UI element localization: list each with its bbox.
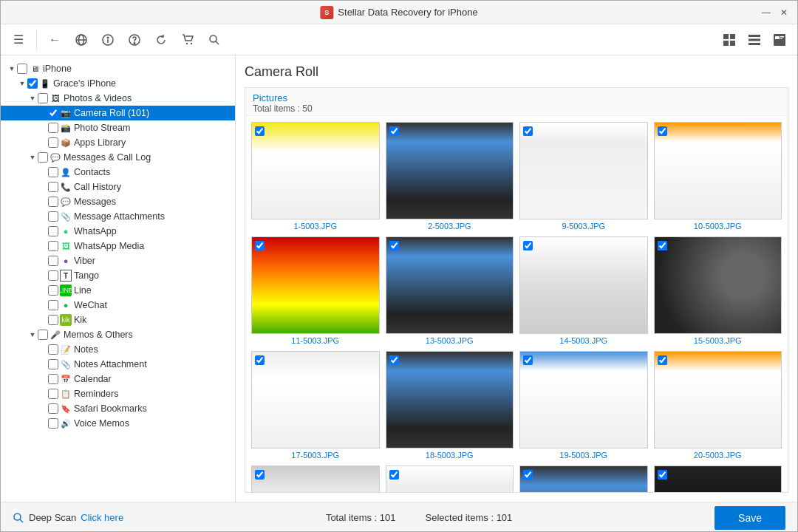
photo-item[interactable]: 9-5003.JPG <box>519 122 648 231</box>
wechat-checkbox[interactable] <box>48 300 58 310</box>
photo-item[interactable]: 19-5003.JPG <box>519 351 648 460</box>
notes-checkbox[interactable] <box>48 344 58 355</box>
contacts-checkbox[interactable] <box>48 167 58 177</box>
photo-checkbox-label[interactable] <box>658 355 667 368</box>
sidebar-item-whatsapp[interactable]: ▶ ● WhatsApp <box>1 224 235 239</box>
photo-item[interactable]: 24-5003.JPG <box>654 466 782 492</box>
menu-button[interactable]: ☰ <box>7 28 30 52</box>
kik-checkbox[interactable] <box>48 315 58 325</box>
line-checkbox[interactable] <box>48 285 58 296</box>
photo-checkbox-label[interactable] <box>658 126 667 139</box>
iphone-checkbox[interactable] <box>17 64 27 74</box>
whatsapp-checkbox[interactable] <box>48 226 58 236</box>
photo-checkbox-label[interactable] <box>658 240 667 253</box>
close-button[interactable]: ✕ <box>778 7 790 18</box>
viber-checkbox[interactable] <box>48 256 58 266</box>
photo-item[interactable]: 14-5003.JPG <box>519 236 648 345</box>
photo-checkbox[interactable] <box>658 241 667 250</box>
photo-stream-checkbox[interactable] <box>48 123 58 133</box>
sidebar-item-memos-others[interactable]: ▼ 🎤 Memos & Others <box>1 327 235 342</box>
photo-checkbox-label[interactable] <box>255 355 265 368</box>
photo-checkbox-label[interactable] <box>658 469 667 482</box>
photo-checkbox[interactable] <box>523 355 533 365</box>
photo-checkbox[interactable] <box>255 470 265 480</box>
grid-view-button[interactable] <box>717 28 741 52</box>
sidebar-item-line[interactable]: ▶ LINE Line <box>1 283 235 298</box>
safari-checkbox[interactable] <box>48 403 58 414</box>
sidebar-item-photo-stream[interactable]: ▶ 📸 Photo Stream <box>1 120 235 135</box>
photo-checkbox-label[interactable] <box>255 240 265 253</box>
graces-iphone-checkbox[interactable] <box>27 78 38 89</box>
sidebar-item-notes-attachment[interactable]: ▶ 📎 Notes Attachment <box>1 357 235 372</box>
messages-call-log-checkbox[interactable] <box>38 152 48 163</box>
photo-item[interactable]: 23-5003.JPG <box>519 466 648 492</box>
notes-attach-checkbox[interactable] <box>48 359 58 369</box>
info-button[interactable] <box>96 28 120 52</box>
camera-roll-checkbox[interactable] <box>48 108 58 118</box>
sidebar-item-kik[interactable]: ▶ kik Kik <box>1 313 235 327</box>
click-here-link[interactable]: Click here <box>81 512 123 523</box>
sidebar-item-viber[interactable]: ▶ ● Viber <box>1 253 235 268</box>
photo-checkbox[interactable] <box>389 470 399 480</box>
sidebar-item-message-attachments[interactable]: ▶ 📎 Message Attachments <box>1 209 235 224</box>
photo-checkbox[interactable] <box>523 126 533 136</box>
globe-button[interactable] <box>69 28 93 52</box>
sidebar-item-messages-call-log[interactable]: ▼ 💬 Messages & Call Log <box>1 150 235 165</box>
photo-checkbox[interactable] <box>658 470 667 480</box>
sidebar-item-iphone[interactable]: ▼ 🖥 iPhone <box>1 61 235 76</box>
sidebar-item-calendar[interactable]: ▶ 📅 Calendar <box>1 372 235 386</box>
sidebar-item-reminders[interactable]: ▶ 📋 Reminders <box>1 386 235 401</box>
refresh-button[interactable] <box>149 28 173 52</box>
voice-memos-checkbox[interactable] <box>48 418 58 429</box>
photo-item[interactable]: 2-5003.JPG <box>386 122 514 231</box>
sidebar-item-voice-memos[interactable]: ▶ 🔊 Voice Memos <box>1 416 235 431</box>
photo-item[interactable]: 21-5003.JPG <box>251 466 380 492</box>
photo-checkbox[interactable] <box>389 126 399 136</box>
photo-checkbox[interactable] <box>658 355 667 365</box>
photo-checkbox[interactable] <box>255 126 265 136</box>
photo-checkbox-label[interactable] <box>255 126 265 139</box>
photo-checkbox-label[interactable] <box>523 469 533 482</box>
reminders-checkbox[interactable] <box>48 389 58 399</box>
sidebar-item-photos-videos[interactable]: ▼ 🖼 Photos & Videos <box>1 91 235 106</box>
minimize-button[interactable]: — <box>760 7 772 18</box>
photo-checkbox-label[interactable] <box>389 240 399 253</box>
save-button[interactable]: Save <box>715 506 785 530</box>
photo-checkbox-label[interactable] <box>255 469 265 482</box>
photo-item[interactable]: 10-5003.JPG <box>654 122 782 231</box>
sidebar-item-safari-bookmarks[interactable]: ▶ 🔖 Safari Bookmarks <box>1 401 235 416</box>
sidebar-item-apps-library[interactable]: ▶ 📦 Apps Library <box>1 135 235 150</box>
photo-item[interactable]: 15-5003.JPG <box>654 236 782 345</box>
sidebar-item-contacts[interactable]: ▶ 👤 Contacts <box>1 165 235 180</box>
photo-item[interactable]: 1-5003.JPG <box>251 122 380 231</box>
sidebar-item-notes[interactable]: ▶ 📝 Notes <box>1 342 235 357</box>
back-button[interactable]: ← <box>43 28 66 52</box>
photo-item[interactable]: 11-5003.JPG <box>251 236 380 345</box>
photo-checkbox-label[interactable] <box>523 355 533 368</box>
sidebar-item-tango[interactable]: ▶ T Tango <box>1 268 235 283</box>
photo-checkbox-label[interactable] <box>389 126 399 139</box>
sidebar-item-graces-iphone[interactable]: ▼ 📱 Grace's iPhone <box>1 76 235 91</box>
memos-others-checkbox[interactable] <box>38 330 48 340</box>
photo-checkbox[interactable] <box>255 241 265 250</box>
search-button[interactable] <box>202 28 226 52</box>
whatsapp-media-checkbox[interactable] <box>48 241 58 251</box>
photo-item[interactable]: 13-5003.JPG <box>386 236 514 345</box>
sidebar-item-wechat[interactable]: ▶ ● WeChat <box>1 298 235 313</box>
photo-checkbox[interactable] <box>389 355 399 365</box>
messages-checkbox[interactable] <box>48 197 58 207</box>
details-view-button[interactable] <box>768 28 791 52</box>
photo-item[interactable]: 20-5003.JPG <box>654 351 782 460</box>
sidebar-item-call-history[interactable]: ▶ 📞 Call History <box>1 180 235 194</box>
photo-checkbox[interactable] <box>389 241 399 250</box>
sidebar-item-camera-roll[interactable]: ▶ 📷 Camera Roll (101) <box>1 106 235 120</box>
msg-attach-checkbox[interactable] <box>48 211 58 222</box>
photo-checkbox[interactable] <box>255 355 265 365</box>
sidebar-item-messages[interactable]: ▶ 💬 Messages <box>1 194 235 209</box>
photo-checkbox[interactable] <box>523 241 533 250</box>
tango-checkbox[interactable] <box>48 270 58 281</box>
calendar-checkbox[interactable] <box>48 374 58 384</box>
help-button[interactable] <box>123 28 146 52</box>
photo-item[interactable]: 18-5003.JPG <box>386 351 514 460</box>
photo-checkbox[interactable] <box>523 470 533 480</box>
